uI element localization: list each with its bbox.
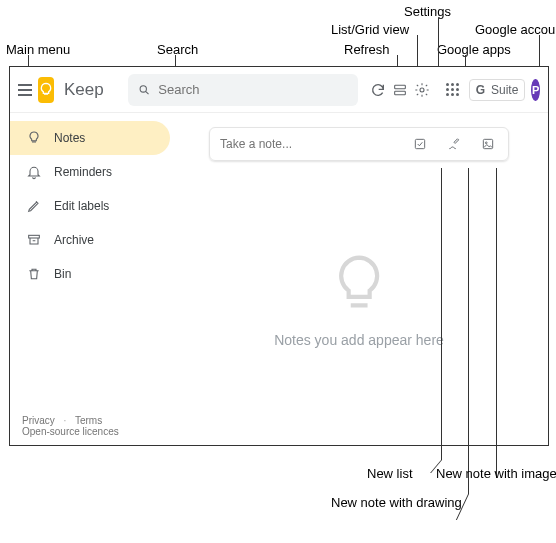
sidebar-item-notes[interactable]: Notes bbox=[10, 121, 170, 155]
sidebar-item-bin[interactable]: Bin bbox=[10, 257, 170, 291]
sidebar-item-reminders[interactable]: Reminders bbox=[10, 155, 170, 189]
svg-point-0 bbox=[140, 85, 146, 91]
image-icon bbox=[481, 137, 495, 151]
annot-google-account: Google account bbox=[475, 22, 556, 37]
annot-list-grid: List/Grid view bbox=[331, 22, 409, 37]
footer-licences-link[interactable]: Open-source licences bbox=[22, 426, 119, 437]
annot-new-list: New list bbox=[367, 466, 413, 481]
google-apps-button[interactable] bbox=[446, 77, 459, 103]
brand-name: Keep bbox=[64, 80, 104, 100]
sidebar-item-archive[interactable]: Archive bbox=[10, 223, 170, 257]
refresh-button[interactable] bbox=[370, 77, 386, 103]
annot-refresh: Refresh bbox=[344, 42, 390, 57]
sidebar-item-edit-labels[interactable]: Edit labels bbox=[10, 189, 170, 223]
footer-terms-link[interactable]: Terms bbox=[75, 415, 102, 426]
search-box[interactable] bbox=[128, 74, 358, 106]
take-note-box[interactable] bbox=[209, 127, 509, 161]
refresh-icon bbox=[370, 82, 386, 98]
new-drawing-button[interactable] bbox=[444, 134, 464, 154]
brush-icon bbox=[447, 137, 461, 151]
search-icon bbox=[138, 83, 151, 97]
svg-rect-2 bbox=[394, 85, 405, 88]
sidebar-item-label: Notes bbox=[54, 131, 85, 145]
trash-icon bbox=[26, 266, 42, 282]
account-avatar[interactable]: P bbox=[531, 79, 540, 101]
bulb-icon bbox=[26, 130, 42, 146]
checkbox-icon bbox=[413, 137, 427, 151]
empty-state: Notes you add appear here bbox=[274, 249, 444, 348]
sidebar: Notes Reminders Edit labels Archive Bin bbox=[10, 113, 170, 445]
header: Keep GSuite P bbox=[10, 67, 548, 113]
empty-state-text: Notes you add appear here bbox=[274, 332, 444, 348]
archive-icon bbox=[26, 232, 42, 248]
bell-icon bbox=[26, 164, 42, 180]
main-area: Notes you add appear here bbox=[170, 113, 548, 445]
annot-settings: Settings bbox=[404, 4, 451, 19]
settings-button[interactable] bbox=[414, 77, 430, 103]
list-grid-icon bbox=[392, 82, 408, 98]
annot-google-apps: Google apps bbox=[437, 42, 511, 57]
svg-line-1 bbox=[146, 91, 149, 94]
gsuite-badge[interactable]: GSuite bbox=[469, 79, 526, 101]
annot-new-note-drawing: New note with drawing bbox=[331, 495, 462, 510]
footer-privacy-link[interactable]: Privacy bbox=[22, 415, 55, 426]
apps-grid-icon bbox=[446, 83, 459, 96]
search-input[interactable] bbox=[158, 82, 347, 97]
svg-point-8 bbox=[485, 142, 487, 144]
sidebar-item-label: Archive bbox=[54, 233, 94, 247]
new-list-button[interactable] bbox=[410, 134, 430, 154]
sidebar-item-label: Edit labels bbox=[54, 199, 109, 213]
svg-rect-3 bbox=[394, 91, 405, 94]
new-image-button[interactable] bbox=[478, 134, 498, 154]
annot-new-note-image: New note with image bbox=[436, 466, 556, 481]
main-menu-button[interactable] bbox=[18, 78, 32, 102]
footer: Privacy · Terms Open-source licences bbox=[22, 415, 119, 437]
pencil-icon bbox=[26, 198, 42, 214]
bulb-large-icon bbox=[324, 249, 394, 319]
annot-main-menu: Main menu bbox=[6, 42, 70, 57]
gear-icon bbox=[414, 82, 430, 98]
sidebar-item-label: Reminders bbox=[54, 165, 112, 179]
list-grid-view-button[interactable] bbox=[392, 77, 408, 103]
keep-logo-icon bbox=[38, 77, 54, 103]
svg-rect-6 bbox=[415, 139, 424, 148]
sidebar-item-label: Bin bbox=[54, 267, 71, 281]
annot-search: Search bbox=[157, 42, 198, 57]
svg-point-4 bbox=[420, 88, 424, 92]
take-note-input[interactable] bbox=[220, 137, 402, 151]
svg-rect-5 bbox=[29, 235, 40, 238]
